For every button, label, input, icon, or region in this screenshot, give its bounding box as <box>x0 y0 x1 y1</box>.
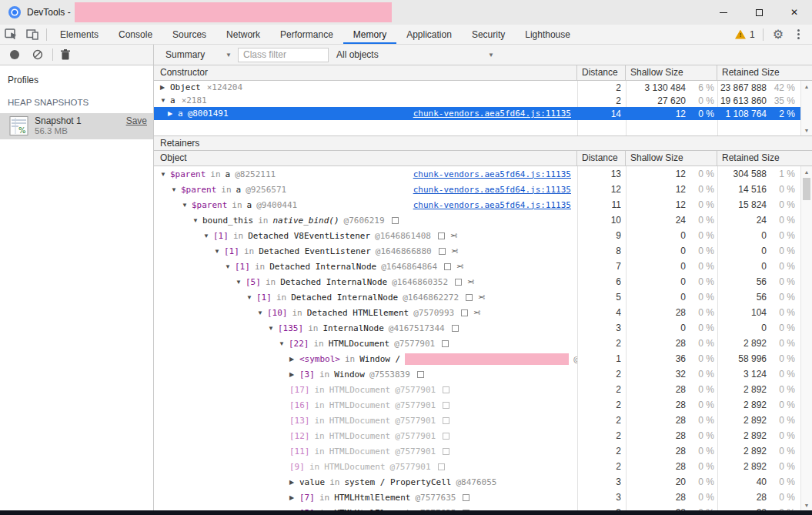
scrollbar-thumb[interactable] <box>803 178 810 200</box>
retainer-row[interactable]: [11]inHTMLDocument@75779012280 %2 8920 % <box>154 443 812 459</box>
tab-memory[interactable]: Memory <box>343 25 396 44</box>
reveal-in-summary-icon[interactable] <box>463 494 469 501</box>
constructor-scrollbar[interactable]: ▲ ▼ <box>800 81 812 135</box>
retainer-row[interactable]: ▼[1]inDetached InternalNode@1646864864✂7… <box>154 259 812 274</box>
tree-toggle-icon[interactable]: ▶ <box>289 356 299 363</box>
reveal-in-summary-icon[interactable] <box>438 463 445 470</box>
retainer-row[interactable]: ▶[5]inHTMLHtmlElement@75776353280 %280 % <box>154 505 812 510</box>
retainer-row[interactable]: ▼[135]inInternalNode@4167517344300 %00 % <box>154 320 812 336</box>
column-header-shallow-size[interactable]: Shallow Size <box>626 65 717 80</box>
tab-performance[interactable]: Performance <box>270 25 343 44</box>
tree-toggle-icon[interactable]: ▶ <box>289 510 299 511</box>
clear-profiles-button[interactable] <box>32 49 43 60</box>
settings-button[interactable]: ⚙ <box>767 28 790 41</box>
scroll-down-icon[interactable]: ▼ <box>801 500 812 510</box>
tree-toggle-icon[interactable]: ▼ <box>214 248 224 255</box>
tree-toggle-icon[interactable]: ▼ <box>203 232 213 239</box>
tree-toggle-icon[interactable]: ▼ <box>279 340 289 347</box>
retainer-row[interactable]: ▼[10]inDetached HTMLElement@7570993✂4280… <box>154 305 812 320</box>
column-header-constructor[interactable]: Constructor <box>154 65 577 80</box>
retainer-row[interactable]: ▼$parentina@9256571chunk-vendors.aea5fd6… <box>154 182 812 197</box>
tree-toggle-icon[interactable]: ▶ <box>289 494 299 501</box>
tree-toggle-icon[interactable]: ▼ <box>192 217 202 224</box>
column-header-distance[interactable]: Distance <box>577 151 626 166</box>
tree-toggle-icon[interactable]: ▼ <box>171 186 181 193</box>
more-options-button[interactable] <box>790 29 807 39</box>
reveal-in-summary-icon[interactable] <box>452 325 459 332</box>
maximize-button[interactable] <box>741 0 777 25</box>
scroll-down-icon[interactable]: ▼ <box>801 125 812 135</box>
tree-toggle-icon[interactable]: ▼ <box>257 309 267 316</box>
tree-toggle-icon[interactable]: ▼ <box>182 202 192 209</box>
inspect-element-button[interactable] <box>0 25 22 44</box>
source-link[interactable]: chunk-vendors.aea5fd64.js:11135 <box>413 200 571 210</box>
constructor-row[interactable]: ▶Object×12420423 130 4846 %23 867 88842 … <box>154 81 812 94</box>
retainer-row[interactable]: [16]inHTMLDocument@75779012280 %2 8920 % <box>154 397 812 413</box>
reveal-in-summary-icon[interactable] <box>466 294 473 301</box>
save-snapshot-link[interactable]: Save <box>126 115 147 126</box>
retainer-row[interactable]: [17]inHTMLDocument@75779012280 %2 8920 % <box>154 382 812 397</box>
class-filter-input[interactable] <box>238 48 329 62</box>
column-header-object[interactable]: Object <box>154 151 577 166</box>
tab-application[interactable]: Application <box>396 25 462 44</box>
reveal-in-summary-icon[interactable] <box>392 217 399 224</box>
retainer-row[interactable]: ▼bound_thisinnative_bind()@760621910240 … <box>154 212 812 228</box>
constructor-row[interactable]: ▼a×2181227 6200 %19 613 86035 % <box>154 94 812 107</box>
warnings-badge[interactable]: ! 1 <box>730 29 760 40</box>
tree-toggle-icon[interactable]: ▼ <box>225 263 235 270</box>
source-link[interactable]: chunk-vendors.aea5fd64.js:11135 <box>413 169 571 179</box>
reveal-in-summary-icon[interactable] <box>417 371 424 378</box>
column-header-retained-size[interactable]: Retained Size <box>717 151 812 166</box>
minimize-button[interactable] <box>706 0 741 25</box>
tab-sources[interactable]: Sources <box>162 25 216 44</box>
constructor-row[interactable]: ▶a@8001491chunk-vendors.aea5fd64.js:1113… <box>154 107 812 120</box>
reveal-in-summary-icon[interactable] <box>461 309 468 316</box>
retainer-row[interactable]: [12]inHTMLDocument@75779012280 %2 8920 % <box>154 428 812 443</box>
tree-toggle-icon[interactable]: ▼ <box>160 171 170 178</box>
reveal-in-summary-icon[interactable] <box>438 232 445 239</box>
retainer-row[interactable]: ▶<symbol>inWindow /@75542891360 %58 9960… <box>154 351 812 366</box>
scroll-up-icon[interactable]: ▲ <box>801 81 812 92</box>
tab-lighthouse[interactable]: Lighthouse <box>515 25 580 44</box>
source-link[interactable]: chunk-vendors.aea5fd64.js:11135 <box>413 109 571 119</box>
reveal-in-summary-icon[interactable] <box>443 386 449 393</box>
close-button[interactable]: ✕ <box>777 0 812 25</box>
tree-toggle-icon[interactable]: ▶ <box>168 110 178 117</box>
delete-profile-button[interactable] <box>61 49 70 60</box>
record-heap-button[interactable] <box>10 50 19 59</box>
tree-toggle-icon[interactable]: ▼ <box>246 294 256 301</box>
reveal-in-summary-icon[interactable] <box>443 433 449 440</box>
object-filter-select[interactable]: All objects ▼ <box>336 49 494 60</box>
retainer-row[interactable]: ▼[1]inDetached InternalNode@1646862272✂5… <box>154 289 812 305</box>
tree-toggle-icon[interactable]: ▶ <box>289 371 299 378</box>
column-header-shallow-size[interactable]: Shallow Size <box>626 151 717 166</box>
reveal-in-summary-icon[interactable] <box>444 263 451 270</box>
reveal-in-summary-icon[interactable] <box>455 279 462 286</box>
retainer-row[interactable]: ▼$parentina@9400441chunk-vendors.aea5fd6… <box>154 197 812 212</box>
device-toolbar-button[interactable] <box>22 25 43 44</box>
profile-view-select[interactable]: Summary ▼ <box>165 49 232 60</box>
reveal-in-summary-icon[interactable] <box>443 402 449 409</box>
reveal-in-summary-icon[interactable] <box>443 417 449 424</box>
retainer-row[interactable]: ▶[7]inHTMLHtmlElement@75776353280 %280 % <box>154 490 812 505</box>
retainer-row[interactable]: [13]inHTMLDocument@75779012280 %2 8920 % <box>154 413 812 428</box>
column-header-retained-size[interactable]: Retained Size <box>717 65 812 80</box>
source-link[interactable]: chunk-vendors.aea5fd64.js:11135 <box>413 185 571 195</box>
retainer-row[interactable]: ▼[1]inDetached V8EventListener@164686140… <box>154 228 812 243</box>
tab-security[interactable]: Security <box>462 25 515 44</box>
retainer-row[interactable]: ▼[5]inDetached InternalNode@1646860352✂6… <box>154 274 812 289</box>
tree-toggle-icon[interactable]: ▶ <box>289 479 299 486</box>
tab-elements[interactable]: Elements <box>50 25 109 44</box>
reveal-in-summary-icon[interactable] <box>442 340 449 347</box>
retainer-row[interactable]: ▼$parentina@8252111chunk-vendors.aea5fd6… <box>154 166 812 182</box>
tree-toggle-icon[interactable]: ▶ <box>160 84 170 91</box>
reveal-in-summary-icon[interactable] <box>463 510 469 511</box>
scroll-up-icon[interactable]: ▲ <box>801 166 812 177</box>
retainer-row[interactable]: [9]inHTMLDocument@75779012280 %2 8920 % <box>154 459 812 474</box>
retainer-row[interactable]: ▼[1]inDetached EventListener@1646866880✂… <box>154 243 812 259</box>
retainer-row[interactable]: ▶valueinsystem / PropertyCell@8476055320… <box>154 474 812 490</box>
tree-toggle-icon[interactable]: ▼ <box>160 97 170 104</box>
sidebar-item-snapshot-1[interactable]: % Snapshot 1 56.3 MB Save <box>0 113 153 139</box>
reveal-in-summary-icon[interactable] <box>443 448 449 455</box>
retainer-row[interactable]: ▼[22]inHTMLDocument@75779012280 %2 8920 … <box>154 336 812 351</box>
